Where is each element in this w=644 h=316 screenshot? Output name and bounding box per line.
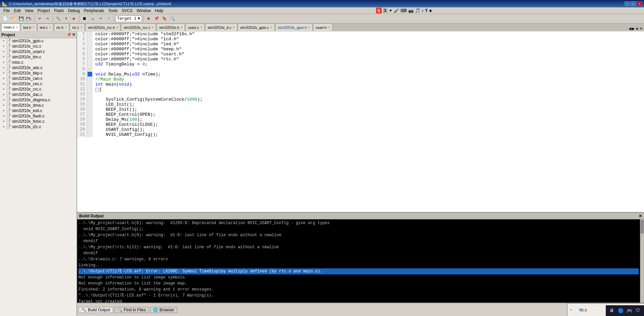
menu-window[interactable]: Window [135, 8, 153, 14]
step-button[interactable]: ↘ [89, 15, 96, 22]
step-out-button[interactable]: ↑ [105, 15, 112, 22]
expand-icon[interactable]: + [1, 98, 6, 102]
tree-item[interactable]: + stm32f10x_tim.c [0, 54, 76, 60]
code-row[interactable]: 5 color:#0000ff;">#include "usart.h" [77, 52, 644, 57]
code-row[interactable]: 3 color:#0000ff;">#include "led.h" [77, 42, 644, 47]
bookmark-button[interactable]: 🔖 [161, 15, 168, 22]
tree-item[interactable]: + stm32f10x_fsmc.c [0, 119, 76, 124]
code-row[interactable]: 2 color:#0000ff;">#include "lcd.h" [77, 37, 644, 42]
menu-debug[interactable]: Debug [66, 8, 82, 14]
open-button[interactable]: 📂 [9, 15, 17, 22]
tab-close-icon[interactable]: × [116, 25, 118, 29]
tab-close-icon[interactable]: × [233, 25, 235, 29]
tab-find-in-files[interactable]: 🔍 Find In Files [114, 307, 149, 313]
tab-stm32f10x_gpio-h[interactable]: stm32f10x_gpio.h × [275, 23, 313, 31]
ime-mic-icon[interactable]: 🎤 [394, 8, 399, 13]
ime-t-icon[interactable]: T [425, 8, 428, 13]
code-row[interactable]: 21 NVIC_USART_Config(); [77, 132, 644, 137]
tab-stm32f10x-h[interactable]: stm32f10x.h × [157, 23, 185, 31]
tray-bluetooth-icon[interactable]: 🔵 [617, 307, 624, 314]
code-row[interactable]: 6 color:#0000ff;">#include "rtc.h" [77, 57, 644, 62]
tree-item[interactable]: + stm32f10x_rcc.c [0, 44, 76, 49]
tree-item[interactable]: + stm32f10x_dac.c [0, 92, 76, 97]
tree-item[interactable]: + stm32f10x_bkp.c [0, 70, 76, 76]
target-selector[interactable]: Target 1 ▼ [115, 15, 142, 22]
tab-stm32f10x_it-c[interactable]: stm32f10x_it.c × [205, 23, 237, 31]
ime-cam-icon[interactable]: 📷 [408, 8, 414, 13]
ime-lang-icon[interactable]: 英 [383, 8, 387, 14]
tab-close-icon[interactable]: × [49, 25, 51, 29]
code-row[interactable]: 11 int main(void) [77, 82, 644, 87]
tab-rtc-c[interactable]: rtc.c × [70, 23, 85, 31]
build-output-scrollbar[interactable] [640, 219, 644, 303]
expand-icon[interactable]: + [1, 103, 6, 108]
code-row[interactable]: 10 //Main Body [77, 77, 644, 82]
ime-club-icon[interactable]: ♣ [429, 8, 432, 13]
ime-music-icon[interactable]: 🎵 [415, 8, 420, 13]
code-row[interactable]: 1 color:#0000ff;">#include "stm32f10x.h" [77, 32, 644, 37]
search-button[interactable]: 🔍 [169, 15, 176, 22]
scrollbar-thumb[interactable] [641, 220, 644, 233]
tab-usart-c[interactable]: usart.c × [185, 23, 205, 31]
tab-close-icon[interactable]: × [33, 25, 35, 29]
tab-stm32f10x_gpio-c[interactable]: stm32f10x_gpio.c × [238, 23, 275, 31]
code-row[interactable]: 19 BEEP_Control(CLOSE); [77, 122, 644, 127]
target-dropdown-icon[interactable]: ▼ [138, 16, 140, 21]
tray-antivirus-icon[interactable]: 🛡 [635, 307, 641, 314]
pin-button[interactable]: 📌 [153, 15, 160, 22]
tray-gpu-icon[interactable]: 🎮 [626, 307, 633, 314]
expand-icon[interactable]: + [1, 71, 6, 75]
tree-item[interactable]: + stm32f10x_usart.c [0, 49, 76, 54]
tab-main-c[interactable]: main.c × [1, 23, 20, 31]
tab-menu-icon[interactable]: ▼ [635, 27, 639, 31]
tab-close-icon[interactable]: × [16, 25, 18, 29]
tree-item[interactable]: + stm32f10x_i2c.c [0, 124, 76, 129]
editor-area[interactable]: 1 color:#0000ff;">#include "stm32f10x.h"… [77, 32, 644, 212]
save-button[interactable]: 💾 [17, 15, 25, 22]
download-button[interactable]: ⬇ [62, 15, 70, 22]
tab-close-icon[interactable]: × [180, 25, 182, 29]
maximize-button[interactable]: □ [631, 1, 636, 6]
menu-help[interactable]: Help [153, 8, 165, 14]
code-row[interactable]: 14 SysTick_Config(SystemCoreClock/1000); [77, 97, 644, 102]
sidebar-pin-icon[interactable]: 📌 [67, 33, 71, 37]
code-row[interactable]: 16 BEEP_Init(); [77, 107, 644, 112]
ime-note-icon[interactable]: ♪ [422, 8, 424, 13]
expand-icon[interactable]: + [1, 108, 6, 113]
expand-icon[interactable]: + [1, 55, 6, 59]
tree-item[interactable]: + stm32f10x_crc.c [0, 87, 76, 92]
menu-tools[interactable]: Tools [106, 8, 120, 14]
tree-item[interactable]: + stm32f10x_exti.c [0, 108, 76, 113]
expand-icon[interactable]: + [1, 119, 6, 124]
tray-monitor-icon[interactable]: 🖥 [608, 307, 615, 314]
step-over-button[interactable]: ↷ [97, 15, 104, 22]
expand-icon[interactable]: + [1, 76, 6, 81]
code-row[interactable]: 4 color:#0000ff;">#include "beep.h" [77, 47, 644, 52]
menu-file[interactable]: File [1, 8, 12, 14]
expand-icon[interactable]: + [1, 44, 6, 49]
tab-led-c[interactable]: led.c × [38, 23, 53, 31]
expand-icon[interactable]: + [1, 87, 6, 92]
code-row[interactable]: 7 u32 TimingDelay = 0; [77, 62, 644, 67]
code-row[interactable]: 20 USART_Config(); [77, 127, 644, 132]
code-row[interactable]: 9 void Delay_Ms(u32 nTime); [77, 72, 644, 77]
ime-s-icon[interactable]: S [376, 8, 382, 13]
expand-icon[interactable]: + [1, 114, 6, 118]
tab-usart-h[interactable]: usart.h × [313, 23, 332, 31]
stop-button[interactable]: ⏹ [81, 15, 88, 22]
debug-start-button[interactable]: ▶ [70, 15, 78, 22]
code-row[interactable]: 17 BEEP_Control(OPEN); [77, 112, 644, 117]
tree-item[interactable]: + stm32f10x_flash.c [0, 113, 76, 119]
tab-build-output[interactable]: 🔨 Build Output [78, 307, 113, 313]
tab-close-icon[interactable]: × [200, 25, 202, 29]
minimize-button[interactable]: ─ [625, 1, 630, 6]
build-output-text[interactable]: ..\.\My_project\usart.h(8): warning: #12… [77, 219, 640, 303]
build-output-line[interactable]: ..\.\Output\CT117E-LCD.axf: Error: L6200… [78, 268, 639, 274]
ime-star-icon[interactable]: ✦ [389, 8, 392, 13]
fold-icon[interactable]: - [95, 88, 99, 92]
menu-edit[interactable]: Edit [12, 8, 23, 14]
tab-led-h[interactable]: led.h × [21, 23, 37, 31]
code-row[interactable]: 12 -{ [77, 87, 644, 92]
code-row[interactable]: 18 Delay_Ms(100); [77, 117, 644, 122]
sidebar-close-icon[interactable]: ✕ [72, 33, 75, 37]
